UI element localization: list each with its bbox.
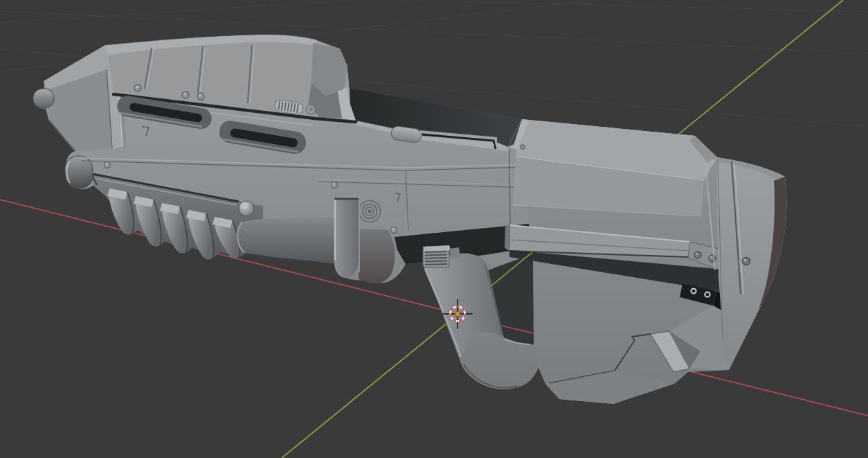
viewport-canvas: Assault rifle 3D model — [0, 0, 868, 458]
rivet — [391, 227, 397, 234]
grip-cylinder — [359, 229, 395, 283]
bolt — [743, 258, 750, 265]
barrel-tube — [237, 217, 334, 263]
3d-viewport[interactable]: Assault rifle 3D model — [0, 0, 868, 458]
rifle-model[interactable] — [33, 35, 786, 404]
rivet — [197, 93, 204, 100]
emblem-circles — [358, 200, 382, 224]
rivet — [521, 145, 525, 149]
rivet — [134, 85, 141, 91]
rivet — [105, 162, 111, 168]
foregrip-slab — [334, 198, 359, 278]
bolt — [694, 252, 701, 258]
rivet — [332, 182, 338, 188]
butt-plate — [717, 157, 786, 370]
rivet — [182, 91, 189, 98]
muzzle-tip — [33, 88, 55, 109]
